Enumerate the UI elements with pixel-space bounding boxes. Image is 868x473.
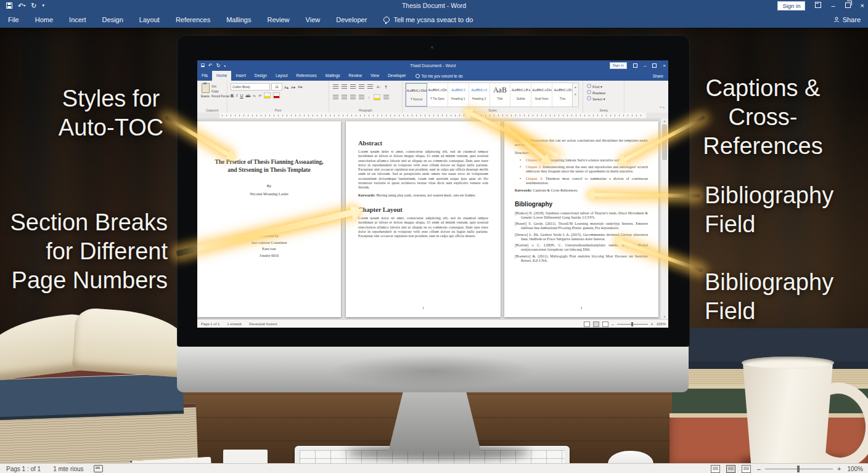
- minimize-button[interactable]: –: [644, 63, 646, 68]
- vertical-scrollbar[interactable]: ▴ ▾: [660, 118, 668, 319]
- scroll-up-icon[interactable]: ▴: [662, 119, 667, 123]
- scroll-down-icon[interactable]: ▾: [662, 315, 667, 318]
- underline-button[interactable]: U: [240, 94, 243, 98]
- highlight-color-button[interactable]: [264, 92, 271, 99]
- close-button[interactable]: ×: [861, 2, 864, 9]
- save-icon[interactable]: [6, 2, 12, 9]
- style-subtitle[interactable]: AaBbCcEsSubtle: [510, 83, 531, 107]
- restore-button[interactable]: [652, 63, 657, 68]
- ribbon-display-options-icon[interactable]: [633, 63, 637, 68]
- tab-home[interactable]: Home: [212, 71, 231, 81]
- zoom-in-button[interactable]: +: [837, 465, 841, 472]
- tab-view[interactable]: View: [366, 71, 383, 81]
- tab-review[interactable]: Review: [345, 71, 366, 81]
- pilcrow-icon[interactable]: ¶: [384, 85, 387, 89]
- read-mode-button[interactable]: [711, 465, 720, 473]
- align-left-icon[interactable]: [333, 95, 338, 100]
- tab-developer[interactable]: Developer: [328, 12, 375, 27]
- change-case-icon[interactable]: Aa: [297, 85, 303, 89]
- tab-design[interactable]: Design: [250, 71, 271, 81]
- align-right-icon[interactable]: [350, 95, 356, 100]
- redo-icon[interactable]: ↻: [31, 2, 36, 9]
- font-size-combobox[interactable]: 11: [271, 83, 282, 91]
- tell-me-box[interactable]: Tell me ycsna sveact to do: [383, 16, 473, 23]
- multilevel-list-icon[interactable]: [350, 84, 356, 89]
- print-layout-button[interactable]: [593, 321, 599, 327]
- page-indicator[interactable]: Pags 1 of 1: [197, 322, 223, 326]
- select-button[interactable]: Select ▾: [587, 96, 605, 102]
- decrease-indent-icon[interactable]: [359, 84, 364, 89]
- borders-icon[interactable]: [383, 95, 389, 100]
- tab-references[interactable]: References: [168, 12, 218, 27]
- style-title[interactable]: AaBTitle: [490, 83, 511, 107]
- page-indicator[interactable]: Pags 1 : of 1: [0, 466, 47, 472]
- style-emphasis[interactable]: AaBbCcDTlos: [552, 83, 573, 107]
- zoom-level[interactable]: 100%: [657, 322, 666, 326]
- zoom-out-button[interactable]: –: [612, 322, 614, 326]
- zoom-level[interactable]: 100%: [847, 466, 863, 472]
- ribbon-display-options-icon[interactable]: [815, 2, 821, 9]
- align-center-icon[interactable]: [342, 95, 347, 100]
- increase-indent-icon[interactable]: [367, 84, 373, 89]
- tab-view[interactable]: View: [298, 12, 329, 27]
- strikethrough-button[interactable]: ab: [245, 94, 250, 98]
- tab-home[interactable]: Home: [27, 12, 61, 27]
- subscript-button[interactable]: x₂: [253, 94, 256, 97]
- zoom-out-button[interactable]: –: [757, 465, 761, 472]
- sign-in-button[interactable]: Sign in: [777, 1, 805, 10]
- shrink-font-icon[interactable]: A▾: [290, 85, 296, 89]
- restore-button[interactable]: [845, 2, 851, 9]
- replace-button[interactable]: Replace: [587, 90, 605, 96]
- web-layout-button[interactable]: [742, 465, 751, 473]
- sign-in-button[interactable]: Sign in: [610, 62, 627, 69]
- font-color-button[interactable]: [273, 92, 280, 99]
- find-button[interactable]: Find ▾: [587, 84, 605, 90]
- style-normal[interactable]: AaBbCcDdT Normd: [406, 83, 427, 107]
- share-button[interactable]: Share: [653, 74, 663, 78]
- proofing-status[interactable]: Dsusoical hossnt: [245, 322, 280, 326]
- customize-qat-icon[interactable]: ▾: [42, 2, 44, 9]
- collapse-ribbon-icon[interactable]: ⌃︎^: [659, 106, 665, 111]
- web-layout-button[interactable]: [602, 321, 608, 327]
- read-mode-button[interactable]: [584, 321, 590, 327]
- style-subtle-emphasis[interactable]: AaBbCcDsSnal Nom: [531, 83, 552, 107]
- tab-mailings[interactable]: Mailings: [321, 71, 345, 81]
- tab-insert[interactable]: Insert: [231, 71, 250, 81]
- share-button[interactable]: Share: [833, 16, 861, 23]
- grow-font-icon[interactable]: A▴: [284, 85, 289, 89]
- word-count[interactable]: 1 mte rious: [47, 466, 89, 472]
- font-name-combobox[interactable]: Colbrt Body: [231, 83, 270, 91]
- close-button[interactable]: ×: [663, 63, 666, 68]
- tab-layout[interactable]: Layout: [131, 12, 168, 27]
- bold-button[interactable]: B: [231, 94, 234, 98]
- scrollbar-thumb[interactable]: [662, 124, 667, 160]
- styles-gallery-scroll[interactable]: ▴▾: [572, 83, 579, 107]
- tab-developer[interactable]: Developer: [383, 71, 411, 81]
- tab-references[interactable]: References: [292, 71, 321, 81]
- zoom-slider-thumb[interactable]: [797, 466, 800, 472]
- italic-button[interactable]: I: [236, 93, 237, 98]
- style-heading2[interactable]: AaBbCclHeading 2: [469, 83, 490, 107]
- zoom-in-button[interactable]: +: [651, 322, 653, 326]
- proofing-icon[interactable]: [94, 465, 103, 472]
- zoom-slider[interactable]: [765, 469, 833, 469]
- numbered-list-icon[interactable]: [342, 84, 347, 89]
- paste-button[interactable]: Easts: [200, 83, 211, 103]
- tab-file[interactable]: Fils: [197, 71, 212, 81]
- style-no-spacing[interactable]: AaBbCcDtT Tle Spre: [427, 83, 448, 107]
- word-count[interactable]: 1 erwsck: [223, 322, 245, 326]
- sort-icon[interactable]: A↓: [376, 85, 381, 89]
- line-spacing-icon[interactable]: ↕: [367, 95, 371, 99]
- tab-file[interactable]: File: [0, 12, 27, 27]
- horizontal-ruler[interactable]: [197, 113, 668, 118]
- tell-me-box[interactable]: Tol ms yov oreont te do: [416, 74, 463, 78]
- tab-mailings[interactable]: Mallings: [218, 12, 259, 27]
- tab-review[interactable]: Review: [260, 12, 298, 27]
- print-layout-button[interactable]: [726, 465, 735, 473]
- tab-insert[interactable]: Incert: [61, 12, 94, 27]
- style-heading1[interactable]: AaBbClHeading 1: [448, 83, 469, 107]
- shading-button[interactable]: [374, 94, 380, 100]
- minimize-button[interactable]: –: [831, 2, 835, 9]
- superscript-button[interactable]: x²: [258, 94, 261, 97]
- justify-icon[interactable]: [359, 95, 364, 100]
